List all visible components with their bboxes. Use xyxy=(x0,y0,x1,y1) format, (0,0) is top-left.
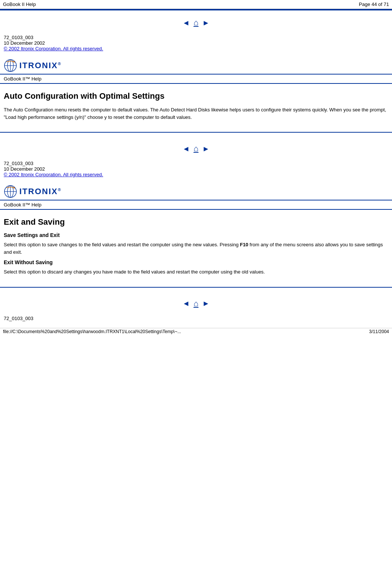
itronix-logo-2: ITRONIX® xyxy=(4,185,61,198)
subsection-title-2: Exit Without Saving xyxy=(4,259,388,265)
nav-home-1[interactable]: ⌂ xyxy=(193,18,198,28)
nav-back-3[interactable]: ◄ xyxy=(183,299,190,308)
nav-section-3: ◄ ⌂ ► xyxy=(0,291,392,314)
nav-forward-2[interactable]: ► xyxy=(202,145,210,153)
nav-section-1: ◄ ⌂ ► xyxy=(0,10,392,33)
doc-id-1: 72_0103_003 xyxy=(4,35,388,40)
copyright-link-1[interactable]: © 2002 Itronix Corporation. All rights r… xyxy=(4,46,103,51)
nav-forward-3[interactable]: ► xyxy=(202,299,210,308)
logo-text-1: ITRONIX® xyxy=(19,61,61,70)
nav-home-2[interactable]: ⌂ xyxy=(193,144,198,154)
section-header-2: GoBook II™ Help xyxy=(0,200,392,210)
section-divider-1 xyxy=(0,132,392,133)
logo-text-2: ITRONIX® xyxy=(19,187,61,196)
subsection1-body: Select this option to save changes to th… xyxy=(4,241,388,256)
header-bar: GoBook II Help Page 44 of 71 xyxy=(0,0,392,9)
itronix-globe-icon-1 xyxy=(4,59,17,72)
nav-forward-1[interactable]: ► xyxy=(202,19,210,27)
doc-date-1: 10 December 2002 xyxy=(4,40,388,46)
section-header-1: GoBook II™ Help xyxy=(0,74,392,84)
page-title-1: Auto Configuration with Optimal Settings xyxy=(4,91,388,101)
nav-back-1[interactable]: ◄ xyxy=(183,19,190,27)
doc-id-3: 72_0103_003 xyxy=(4,316,388,321)
logo-area-1: ITRONIX® xyxy=(0,55,392,74)
itronix-globe-icon-2 xyxy=(4,185,17,198)
f10-bold: F10 xyxy=(240,242,248,247)
status-date: 3/11/2004 xyxy=(369,329,389,334)
subsection-title-1: Save Settings and Exit xyxy=(4,232,388,238)
nav-back-2[interactable]: ◄ xyxy=(183,145,190,153)
subsection2-body: Select this option to discard any change… xyxy=(4,268,388,276)
content-area-1: Auto Configuration with Optimal Settings… xyxy=(0,84,392,128)
doc-date-2: 10 December 2002 xyxy=(4,166,388,172)
footer-info-1: 72_0103_003 10 December 2002 © 2002 Itro… xyxy=(0,33,392,55)
nav-section-2: ◄ ⌂ ► xyxy=(0,136,392,159)
copyright-link-2[interactable]: © 2002 Itronix Corporation. All rights r… xyxy=(4,172,103,177)
footer-info-3: 72_0103_003 xyxy=(0,314,392,325)
status-bar: file://C:\Documents%20and%20Settings\har… xyxy=(0,328,392,335)
header-page: Page 44 of 71 xyxy=(359,1,389,7)
header-title: GoBook II Help xyxy=(3,1,36,7)
body-text-1: The Auto Configuration menu resets the c… xyxy=(4,106,388,121)
status-file-path: file://C:\Documents%20and%20Settings\har… xyxy=(3,329,181,334)
section-header-text-2: GoBook II™ Help xyxy=(4,202,41,208)
section-divider-2 xyxy=(0,287,392,288)
page-title-2: Exit and Saving xyxy=(4,217,388,227)
content-area-2: Exit and Saving Save Settings and Exit S… xyxy=(0,210,392,283)
logo-area-2: ITRONIX® xyxy=(0,181,392,200)
doc-id-2: 72_0103_003 xyxy=(4,161,388,166)
section-header-text-1: GoBook II™ Help xyxy=(4,76,41,82)
nav-home-3[interactable]: ⌂ xyxy=(193,299,198,309)
itronix-logo-1: ITRONIX® xyxy=(4,59,61,72)
footer-info-2: 72_0103_003 10 December 2002 © 2002 Itro… xyxy=(0,159,392,181)
